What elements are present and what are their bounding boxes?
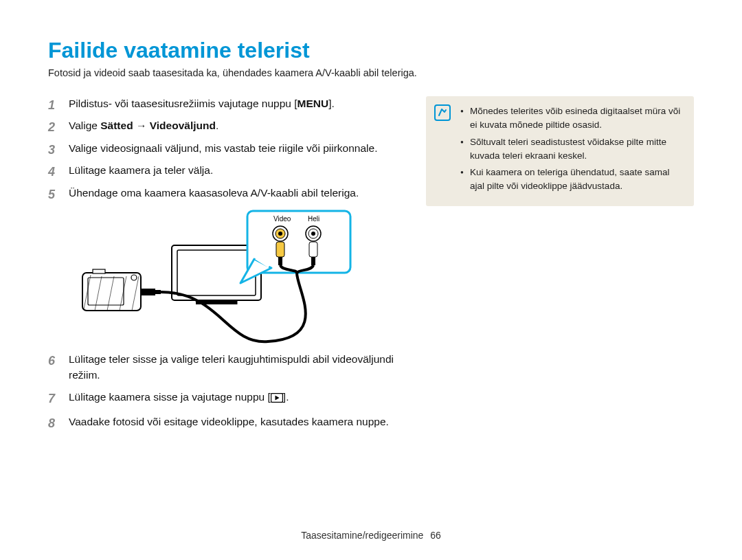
svg-rect-13 xyxy=(278,257,282,265)
step-text: Lülitage kaamera sisse ja vajutage nuppu… xyxy=(69,391,271,403)
note-item: Sõltuvalt teleri seadistustest võidakse … xyxy=(460,135,683,164)
menu-label: MENU xyxy=(297,98,329,109)
step-text: Valige xyxy=(69,120,100,131)
step-text: Vaadake fotosid või esitage videoklippe,… xyxy=(69,416,389,427)
step-number: 5 xyxy=(48,186,63,203)
page-title: Failide vaatamine telerist xyxy=(48,38,694,63)
step-text: Ühendage oma kaamera kaasasoleva A/V-kaa… xyxy=(69,187,359,199)
step-1: 1 Pildistus- või taasesitusrežiimis vaju… xyxy=(48,96,398,111)
footer-section: Taasesitamine/redigeerimine xyxy=(301,530,423,541)
note-icon xyxy=(434,104,451,121)
step-bold: Sätted → Videoväljund xyxy=(100,120,216,131)
step-8: 8 Vaadake fotosid või esitage videoklipp… xyxy=(48,414,398,429)
step-4: 4 Lülitage kaamera ja teler välja. xyxy=(48,163,398,178)
step-text: Lülitage kaamera ja teler välja. xyxy=(69,164,213,176)
svg-rect-14 xyxy=(309,242,317,257)
step-number: 7 xyxy=(48,390,63,407)
video-label: Video xyxy=(273,215,291,223)
note-box: Mõnedes telerites võib esineda digitaals… xyxy=(426,96,694,206)
step-text: Lülitage teler sisse ja valige teleri ka… xyxy=(69,353,394,380)
step-6: 6 Lülitage teler sisse ja valige teleri … xyxy=(48,352,398,383)
svg-marker-28 xyxy=(275,396,279,401)
step-text: Valige videosignaali väljund, mis vastab… xyxy=(69,142,377,154)
playback-icon xyxy=(271,392,283,407)
step-5: 5 Ühendage oma kaamera kaasasoleva A/V-k… xyxy=(48,186,398,201)
note-item: Kui kaamera on teleriga ühendatud, saate… xyxy=(460,166,683,194)
svg-point-8 xyxy=(278,232,282,236)
heli-label: Heli xyxy=(308,215,319,223)
step-text-post: ]. xyxy=(328,98,335,109)
camera-icon xyxy=(82,269,141,311)
steps-list: 1 Pildistus- või taasesitusrežiimis vaju… xyxy=(48,96,398,429)
step-number: 2 xyxy=(48,118,63,136)
svg-rect-19 xyxy=(93,269,105,273)
step-text-post: ]. xyxy=(283,391,289,403)
step-2: 2 Valige Sätted → Videoväljund. xyxy=(48,118,398,133)
step-number: 1 xyxy=(48,96,63,114)
step-7: 7 Lülitage kaamera sisse ja vajutage nup… xyxy=(48,390,398,407)
svg-point-11 xyxy=(311,232,315,236)
step-number: 8 xyxy=(48,414,63,432)
step-text: Pildistus- või taasesitusrežiimis vajuta… xyxy=(69,98,297,109)
svg-rect-15 xyxy=(311,257,315,265)
step-number: 3 xyxy=(48,141,63,159)
step-3: 3 Valige videosignaali väljund, mis vast… xyxy=(48,141,398,156)
svg-rect-1 xyxy=(177,250,256,295)
page-subtitle: Fotosid ja videoid saab taasesitada ka, … xyxy=(48,67,694,78)
svg-rect-17 xyxy=(88,278,124,305)
step-number: 4 xyxy=(48,163,63,181)
step-number: 6 xyxy=(48,352,63,370)
step-text-post: . xyxy=(216,120,218,131)
svg-rect-26 xyxy=(155,290,161,294)
page-footer: Taasesitamine/redigeerimine 66 xyxy=(0,530,742,541)
illustration-item: Video Heli xyxy=(48,208,398,345)
svg-rect-25 xyxy=(140,289,155,295)
footer-page-number: 66 xyxy=(430,530,441,541)
note-item: Mõnedes telerites võib esineda digitaals… xyxy=(460,104,683,133)
connection-diagram: Video Heli xyxy=(69,208,357,345)
svg-rect-12 xyxy=(276,242,284,257)
note-list: Mõnedes telerites võib esineda digitaals… xyxy=(460,104,683,194)
